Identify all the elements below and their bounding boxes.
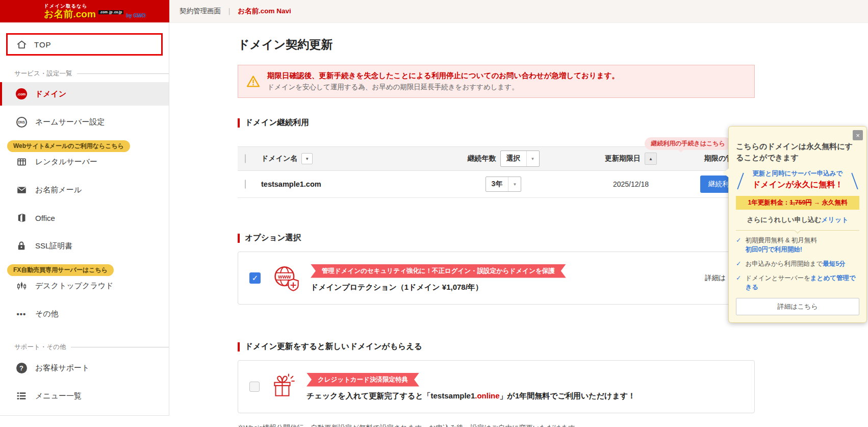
section-title-gift: ドメイン更新をすると新しいドメインがもらえる	[238, 341, 755, 352]
free-domain-popup: × こちらのドメインは永久無料にすることができます 更新と同時にサーバー申込みで…	[728, 126, 867, 323]
row-years-select[interactable]: 3年 ▼	[486, 177, 522, 192]
fx-server-badge[interactable]: FX自動売買専用サーバーはこちら	[7, 264, 114, 276]
sidebar-item-nameserver[interactable]: DNS ネームサーバー設定	[0, 110, 169, 134]
sidebar-item-label: ネームサーバー設定	[35, 117, 105, 127]
gift-checkbox[interactable]	[249, 382, 260, 392]
sidebar-item-menu-list[interactable]: メニュー一覧	[0, 384, 169, 408]
sidebar-item-office[interactable]: Office	[0, 206, 169, 230]
sidebar-item-top[interactable]: TOP	[6, 33, 163, 56]
merit-line: さらにうれしい申し込むメリット	[736, 215, 859, 224]
option-card: ✓ www 管理ドメインのセキュリティ強化に！不正ログイン・誤設定からドメインを…	[238, 252, 755, 305]
lock-icon	[15, 240, 28, 252]
server-icon	[15, 156, 28, 168]
column-header-domain: ドメイン名	[261, 154, 297, 163]
check-icon: ✓	[736, 259, 741, 268]
table-row: testsample1.com 3年 ▼ 2025/12/18 継続利用	[238, 171, 755, 198]
sidebar-item-others[interactable]: ••• その他	[0, 302, 169, 325]
gift-tld: .online	[475, 391, 499, 400]
check-icon: ✓	[736, 273, 741, 292]
candlestick-chart-icon	[15, 280, 28, 292]
sidebar-item-label: デスクトップクラウド	[35, 281, 114, 291]
breadcrumb-onamae-navi[interactable]: お名前.com Navi	[238, 7, 291, 16]
ellipsis-icon: •••	[15, 308, 28, 320]
dns-icon: DNS	[15, 116, 28, 128]
section-title-renewal: ドメイン継続利用	[238, 117, 755, 128]
renewal-callout-badge: 継続利用の手続きはこちら	[645, 137, 731, 150]
benefit-item-2: ✓ お申込みから利用開始まで最短5分	[736, 259, 859, 268]
rental-server-badge[interactable]: Webサイト&メールのご利用ならこちら	[7, 140, 130, 152]
popup-sub-blue: 更新と同時にサーバー申込みで	[742, 169, 853, 178]
old-price: 1,759円	[789, 199, 812, 206]
close-icon[interactable]: ×	[853, 130, 863, 140]
benefit-item-1: ✓ 初期費用無料 & 初月無料初回0円で利用開始!	[736, 236, 859, 254]
list-icon	[15, 390, 28, 402]
select-all-checkbox[interactable]	[245, 154, 246, 163]
row-checkbox[interactable]	[245, 180, 246, 189]
sidebar-item-domain[interactable]: .com ドメイン	[0, 82, 169, 106]
check-icon: ✓	[736, 236, 741, 254]
logo-brand: お名前.com	[44, 9, 96, 19]
mail-icon	[15, 184, 28, 196]
breadcrumb-separator: ｜	[226, 7, 233, 16]
sidebar-item-label: SSL証明書	[35, 241, 72, 251]
office-icon	[15, 212, 28, 224]
popup-title: こちらのドメインは永久無料にすることができます	[736, 141, 859, 163]
sidebar-section-services: サービス・設定一覧	[14, 69, 169, 78]
page-title: ドメイン契約更新	[238, 37, 755, 53]
sidebar-item-label: お名前メール	[35, 185, 82, 195]
benefit-item-3: ✓ ドメインとサーバーをまとめて管理できる	[736, 273, 859, 292]
sidebar-item-desktop-cloud[interactable]: デスクトップクラウド	[0, 274, 169, 297]
sidebar-section-label: サービス・設定一覧	[14, 69, 72, 78]
sidebar-item-label: お客様サポート	[35, 363, 89, 373]
logo-tagline: ドメイン取るなら	[44, 4, 145, 9]
years-bulk-select[interactable]: 選択 ▼	[500, 150, 540, 167]
onamae-logo[interactable]: ドメイン取るなら お名前.com .com .jp .co.jp by GMO	[0, 0, 169, 22]
sidebar: TOP サービス・設定一覧 .com ドメイン DNS ネームサーバー設定 We…	[0, 22, 169, 416]
top-bar: ドメイン取るなら お名前.com .com .jp .co.jp by GMO …	[0, 0, 868, 23]
warning-icon	[246, 75, 260, 88]
breadcrumb: 契約管理画面 ｜ お名前.com Navi	[180, 0, 291, 22]
sidebar-item-label: レンタルサーバー	[35, 157, 97, 167]
popup-sub-red: ドメインが永久に無料！	[742, 180, 853, 190]
sidebar-item-label: メニュー一覧	[35, 391, 82, 401]
home-icon	[15, 38, 28, 51]
popup-divider	[736, 230, 859, 231]
section-title-options: オプション選択	[238, 233, 755, 243]
new-price: 永久無料	[822, 199, 848, 206]
domain-protection-icon: www	[271, 263, 300, 293]
question-icon: ?	[15, 362, 28, 374]
sidebar-item-mail[interactable]: お名前メール	[0, 178, 169, 202]
sidebar-section-label: サポート・その他	[14, 343, 66, 351]
domain-protection-checkbox[interactable]: ✓	[249, 272, 261, 284]
sidebar-item-label: TOP	[34, 40, 52, 49]
sidebar-item-rental-server[interactable]: レンタルサーバー	[0, 150, 169, 173]
row-domain-name: testsample1.com	[261, 180, 321, 188]
sidebar-section-support: サポート・その他	[14, 343, 169, 351]
gift-domain: testsample1	[431, 391, 475, 400]
column-header-years: 継続年数	[468, 154, 496, 163]
option-name: ドメインプロテクション（1ドメイン ¥1,078/年）	[311, 283, 483, 292]
sidebar-item-label: その他	[35, 309, 59, 319]
warning-line2: ドメインを安心して運用する為、お早めの期限日延長手続きをおすすめします。	[267, 83, 619, 92]
price-band: 1年更新料金：1,759円 → 永久無料	[736, 196, 859, 210]
column-header-deadline: 更新期限日	[605, 154, 641, 163]
popup-detail-button[interactable]: 詳細はこちら	[736, 298, 859, 315]
logo-by-gmo: by GMO	[126, 13, 145, 18]
logo-tld-badges: .com .jp .co.jp	[98, 10, 123, 15]
warning-line1: 期限日確認後、更新手続きを失念したことによる利用停止についてのお問い合わせが急増…	[267, 71, 619, 81]
popup-subtitle: 更新と同時にサーバー申込みで ドメインが永久に無料！	[736, 169, 859, 190]
sidebar-item-label: Office	[35, 214, 55, 222]
gift-card: クレジットカード決済限定特典 チェックを入れて更新完了すると「testsampl…	[238, 360, 755, 413]
gift-icon	[270, 373, 296, 400]
gift-text: チェックを入れて更新完了すると「testsample1.online」が1年間無…	[307, 391, 635, 401]
breadcrumb-contract-management[interactable]: 契約管理画面	[180, 7, 221, 16]
gift-ribbon-badge: クレジットカード決済限定特典	[307, 373, 419, 387]
sidebar-item-label: ドメイン	[35, 89, 66, 99]
logo-row: お名前.com .com .jp .co.jp by GMO	[44, 9, 145, 19]
row-deadline: 2025/12/18	[613, 180, 649, 188]
domain-filter-dropdown[interactable]: ▼	[301, 153, 313, 164]
sidebar-item-ssl[interactable]: SSL証明書	[0, 234, 169, 258]
sidebar-item-customer-support[interactable]: ? お客様サポート	[0, 356, 169, 380]
logo-inner: ドメイン取るなら お名前.com .com .jp .co.jp by GMO	[44, 4, 145, 19]
deadline-sort-button[interactable]: ▲	[645, 153, 657, 165]
